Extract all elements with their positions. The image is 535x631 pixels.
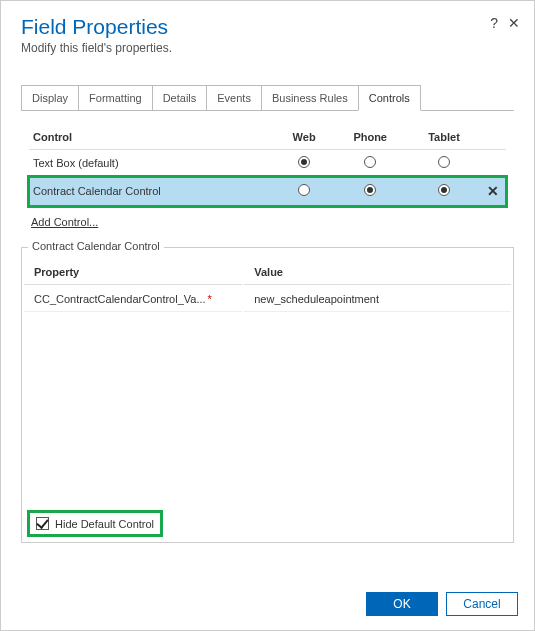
tablet-radio[interactable] — [438, 156, 450, 168]
tab-details[interactable]: Details — [152, 85, 207, 111]
phone-radio[interactable] — [364, 184, 376, 196]
col-phone: Phone — [332, 125, 408, 150]
tab-events[interactable]: Events — [206, 85, 261, 111]
web-radio[interactable] — [298, 156, 310, 168]
add-control-link[interactable]: Add Control... — [31, 216, 98, 228]
tab-controls[interactable]: Controls — [358, 85, 421, 111]
group-legend: Contract Calendar Control — [28, 240, 164, 252]
help-icon[interactable]: ? — [490, 15, 498, 31]
tab-formatting[interactable]: Formatting — [78, 85, 152, 111]
col-control: Control — [29, 125, 276, 150]
property-value: new_scheduleapointment — [244, 287, 511, 312]
required-star-icon: * — [208, 293, 212, 305]
dialog-subtitle: Modify this field's properties. — [21, 41, 514, 55]
col-web: Web — [276, 125, 332, 150]
properties-table: Property Value CC_ContractCalendarContro… — [22, 258, 513, 314]
controls-table: Control Web Phone Tablet Text Box (defau… — [29, 125, 506, 206]
col-value: Value — [244, 260, 511, 285]
web-radio[interactable] — [298, 184, 310, 196]
control-label: Contract Calendar Control — [29, 177, 276, 206]
table-row[interactable]: Contract Calendar Control✕ — [29, 177, 506, 206]
col-property: Property — [24, 260, 242, 285]
close-icon[interactable]: ✕ — [508, 15, 520, 31]
property-name: CC_ContractCalendarControl_Va...* — [24, 287, 242, 312]
table-row[interactable]: CC_ContractCalendarControl_Va...*new_sch… — [24, 287, 511, 312]
ok-button[interactable]: OK — [366, 592, 438, 616]
control-label: Text Box (default) — [29, 150, 276, 177]
table-row[interactable]: Text Box (default) — [29, 150, 506, 177]
tab-business-rules[interactable]: Business Rules — [261, 85, 358, 111]
cancel-button[interactable]: Cancel — [446, 592, 518, 616]
remove-control-icon[interactable]: ✕ — [487, 183, 499, 199]
control-detail-group: Contract Calendar Control Property Value… — [21, 247, 514, 543]
tab-strip: DisplayFormattingDetailsEventsBusiness R… — [21, 85, 514, 111]
hide-default-checkbox[interactable] — [36, 517, 49, 530]
col-tablet: Tablet — [408, 125, 480, 150]
dialog-title: Field Properties — [21, 15, 514, 39]
tablet-radio[interactable] — [438, 184, 450, 196]
hide-default-label: Hide Default Control — [55, 518, 154, 530]
hide-default-checkbox-wrap[interactable]: Hide Default Control — [30, 513, 160, 534]
tab-display[interactable]: Display — [21, 85, 78, 111]
phone-radio[interactable] — [364, 156, 376, 168]
